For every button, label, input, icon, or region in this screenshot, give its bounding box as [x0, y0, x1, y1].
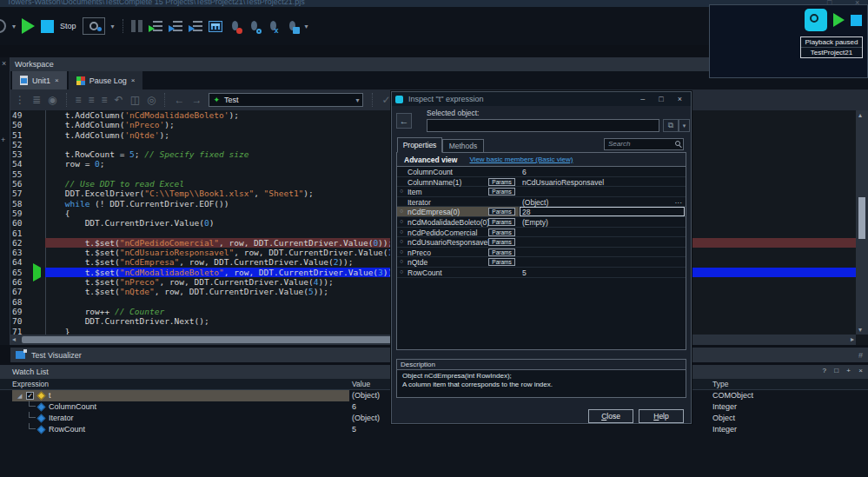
resume-playback-icon[interactable]	[833, 13, 845, 27]
close-icon[interactable]: ×	[678, 95, 682, 103]
record-script-icon[interactable]: ≣	[32, 94, 41, 106]
params-button[interactable]: Params	[488, 218, 515, 226]
drag-handle-icon[interactable]: ⋮	[15, 94, 25, 106]
profile-dropdown-icon[interactable]: ▾	[12, 23, 16, 30]
params-button[interactable]: Params	[488, 188, 515, 195]
tab-pause-log[interactable]: Pause Log ×	[69, 71, 143, 89]
property-expander-icon[interactable]: ○	[400, 238, 403, 244]
property-expander-icon[interactable]: ○	[400, 268, 403, 275]
run-options-dropdown-icon[interactable]: ▾	[111, 23, 115, 30]
panel-options-icon[interactable]: #	[858, 351, 863, 360]
property-row[interactable]: ○nQtdeParams	[397, 257, 686, 268]
property-row[interactable]: ○RowCount5	[397, 268, 686, 278]
tab-properties[interactable]: Properties	[397, 137, 442, 153]
maximize-icon[interactable]: □	[659, 95, 663, 103]
run-test-dropdown[interactable]: ✦ Test ▾	[209, 93, 363, 107]
undo-icon[interactable]: ↶	[115, 94, 123, 106]
column-expression[interactable]: Expression	[12, 380, 49, 388]
panel-close-icon[interactable]: ×	[2, 59, 6, 68]
step-into-icon[interactable]	[169, 20, 182, 32]
copy-button[interactable]: ⧉	[663, 119, 679, 132]
profile-circle-icon[interactable]	[0, 19, 6, 33]
property-row[interactable]: ○ItemParams	[397, 187, 686, 197]
close-panel-icon[interactable]: ×	[858, 367, 863, 374]
vertical-scrollbar[interactable]: ▴ ▾	[856, 110, 868, 335]
panel-expand-icon[interactable]: +	[1, 136, 5, 144]
params-button[interactable]: Params	[488, 238, 515, 246]
indent-left-icon[interactable]: ≡	[76, 94, 82, 106]
scroll-left-icon[interactable]: ◂	[12, 335, 16, 343]
basic-view-link[interactable]: View basic members (Basic view)	[469, 156, 573, 163]
navigate-back-icon[interactable]: ←	[174, 94, 184, 106]
tab-close-icon[interactable]: ×	[131, 76, 136, 84]
property-row[interactable]: Iterator(Object)···	[397, 197, 686, 208]
stop-button[interactable]	[41, 20, 54, 33]
navigate-forward-icon[interactable]: →	[191, 94, 202, 106]
search-input[interactable]: Search	[604, 138, 684, 150]
ellipsis-button[interactable]: ···	[675, 198, 683, 207]
help-button[interactable]: Help	[639, 409, 684, 423]
run-current-item-button[interactable]	[83, 17, 105, 35]
back-button[interactable]: ←	[396, 113, 412, 129]
toggle-hidden-icon[interactable]: ◫	[130, 94, 140, 106]
property-row[interactable]: ○nPrecoParams	[397, 248, 686, 258]
property-row[interactable]: ○nCdUsuarioResponsavelParams	[397, 237, 686, 248]
pause-icon[interactable]	[131, 20, 142, 32]
playback-project: TestProject21	[801, 48, 862, 57]
column-type[interactable]: Type	[712, 380, 728, 388]
table-row[interactable]: RowCount5Integer	[0, 424, 868, 435]
format-code-icon[interactable]: ≡	[102, 94, 108, 106]
property-row[interactable]: ○nCdEmpresa(0)Params28	[397, 207, 686, 217]
property-name: ColumnCount	[407, 168, 453, 176]
params-button[interactable]: Params	[488, 258, 515, 266]
run-button[interactable]	[22, 18, 35, 34]
minimize-icon[interactable]: –	[640, 95, 645, 103]
selected-object-input[interactable]	[427, 119, 659, 132]
property-expander-icon[interactable]: ○	[400, 188, 403, 194]
toggle-view-icon[interactable]: ◎	[147, 94, 156, 106]
tab-close-icon[interactable]: ×	[55, 76, 59, 84]
params-button[interactable]: Params	[488, 248, 515, 256]
scroll-right-icon[interactable]: ▸	[851, 335, 854, 343]
run-routine-icon[interactable]: ◉	[48, 94, 56, 106]
property-row[interactable]: ○nCdModalidadeBoleto(0)Params(Empty)	[397, 217, 686, 228]
debug-dropdown-icon[interactable]: ▾	[305, 23, 308, 30]
property-expander-icon[interactable]: ○	[400, 229, 403, 235]
step-over-icon[interactable]	[149, 20, 162, 32]
break-on-error-icon[interactable]: x	[267, 20, 280, 33]
column-value[interactable]: Value	[352, 380, 370, 388]
scrollbar-thumb[interactable]	[858, 197, 865, 239]
pin-icon[interactable]: +	[846, 367, 851, 374]
close-button[interactable]: Close	[588, 409, 633, 423]
float-panel-icon[interactable]: □	[834, 367, 838, 374]
tab-methods[interactable]: Methods	[442, 139, 484, 153]
watch-checkbox[interactable]: ✓	[26, 392, 34, 400]
params-button[interactable]: Params	[488, 178, 515, 186]
visualizer-image-icon	[16, 351, 25, 359]
property-expander-icon[interactable]: ○	[400, 208, 403, 214]
property-expander-icon[interactable]: ○	[400, 218, 403, 224]
property-expander-icon[interactable]: ○	[400, 258, 403, 264]
watch-type: Integer	[712, 402, 737, 411]
params-button[interactable]: Params	[488, 229, 515, 236]
property-row[interactable]: ColumnName(1)ParamsnCdUsuarioResponsavel	[397, 177, 686, 188]
scroll-down-icon[interactable]: ▾	[858, 326, 862, 334]
evaluate-icon[interactable]	[209, 21, 222, 32]
property-expander-icon[interactable]: ○	[400, 248, 403, 255]
property-row[interactable]: ○nCdPedidoComercialParams	[397, 228, 686, 238]
help-icon[interactable]: ?	[823, 367, 826, 374]
stop-playback-icon[interactable]	[851, 15, 862, 26]
inspect-debug-icon[interactable]	[248, 20, 261, 33]
step-out-icon[interactable]	[189, 20, 202, 32]
disable-breakpoints-icon[interactable]	[229, 20, 242, 33]
params-button[interactable]: Params	[488, 208, 515, 215]
tab-unit1[interactable]: Unit1 ×	[12, 71, 67, 89]
copy-dropdown-icon[interactable]: ▾	[679, 119, 690, 132]
syntax-check-icon[interactable]: ✓	[381, 94, 390, 106]
dialog-titlebar[interactable]: Inspect "t" expression – □ ×	[392, 92, 691, 106]
property-row[interactable]: ColumnCount6	[397, 167, 686, 177]
expander-icon[interactable]: ◢	[17, 393, 22, 400]
scroll-up-icon[interactable]: ▴	[858, 111, 862, 119]
breakpoint-list-icon[interactable]	[286, 20, 299, 33]
indent-right-icon[interactable]: ≡	[89, 94, 95, 106]
